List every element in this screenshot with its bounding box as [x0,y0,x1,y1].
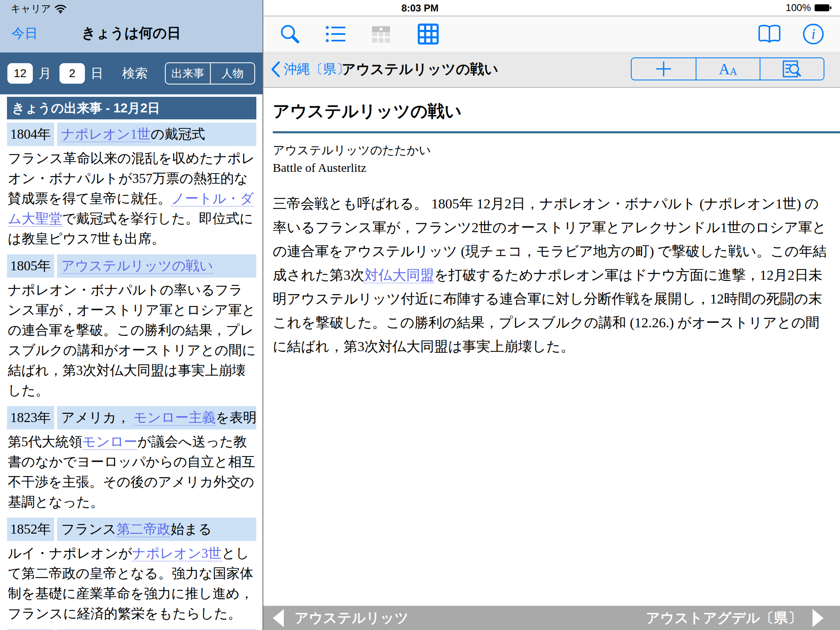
prev-entry-button[interactable]: アウステルリッツ [273,606,409,630]
event-row[interactable]: 1823年 アメリカ， モンロー主義を表明 [7,406,256,429]
article-reading: アウステルリッツのたたかい [273,142,828,159]
text-size-large-glyph: A [719,60,730,78]
calendar-button[interactable] [371,24,391,44]
wifi-icon [55,4,66,14]
inline-link[interactable]: ナポレオン1世 [61,127,151,142]
prev-entry-label: アウステルリッツ [294,609,409,628]
calendar-icon [371,24,391,44]
inline-link[interactable]: 対仏大同盟 [364,267,434,283]
inline-link[interactable]: ナポレオン3世 [132,546,221,562]
document-search-icon [782,59,802,78]
back-chevron-icon [270,61,281,78]
back-label: 沖縄〔県〕 [284,60,349,78]
svg-text:i: i [811,26,815,42]
bookmarks-button[interactable] [758,24,781,44]
event-year: 1805年 [7,254,54,278]
title-rule [273,131,840,133]
article-navbar: 沖縄〔県〕 アウステルリッツの戦い AA [263,52,840,88]
month-label: 月 [39,65,51,82]
article-actions: AA [631,57,824,80]
inline-link[interactable]: 第二帝政 [116,522,171,537]
search-in-entry-button[interactable] [760,58,824,80]
event-title: アメリカ， モンロー主義を表明 [57,406,256,429]
toggle-events[interactable]: 出来事 [166,63,210,84]
day-input[interactable] [59,63,85,84]
text-run: 始まる [171,522,212,536]
main-toolbar: i [263,16,840,52]
search-button[interactable] [279,23,301,45]
events-people-toggle: 出来事 人物 [165,62,255,84]
grid-view-button[interactable] [418,23,439,45]
event-description: ルイ・ナポレオンがナポレオン3世として第二帝政の皇帝となる。強力な国家体制を基礎… [8,543,256,624]
text-size-small-glyph: A [730,66,737,78]
inline-link[interactable]: モンロー [82,434,137,450]
entry-pager-bar: アウステルリッツ アウストアグデル〔県〕 [263,606,840,630]
battery-icon [815,4,832,12]
text-run: の戴冠式 [151,127,205,142]
panel-divider [262,0,263,630]
event-row[interactable]: 1852年 フランス第二帝政始まる [7,518,256,541]
event-year: 1823年 [7,406,54,429]
text-run: ルイ・ナポレオンが [8,546,132,561]
text-run: を表明 [216,410,256,425]
today-in-history-panel: 今日 きょうは何の日 月 日 検索 出来事 人物 きょうの出来事 - 12月2日… [0,0,262,630]
event-year: 1852年 [7,518,54,541]
event-description: ナポレオン・ボナパルトの率いるフランス軍が，オーストリア軍とロシア軍との連合軍を… [8,280,256,401]
outline-list-icon [326,25,346,43]
back-button[interactable]: 沖縄〔県〕 [270,52,349,87]
month-input[interactable] [7,63,33,84]
article-body: 三帝会戦とも呼ばれる。 1805年 12月2日，ナポレオン・ボナパルト (ナポレ… [273,192,828,358]
index-list-button[interactable] [326,25,346,43]
next-triangle-icon [813,609,824,627]
text-run: 第5代大統領 [8,434,82,449]
battery-group: 100% [786,2,832,14]
carrier-group: キャリア [11,2,66,15]
status-bar: キャリア 8:03 PM 100% [0,0,840,16]
article-nav-title: アウステルリッツの戦い [342,52,498,87]
text-run: フランス [61,522,116,536]
event-description: フランス革命以来の混乱を収めたナポレオン・ボナパルトが357万票の熱狂的な賛成票… [8,148,256,249]
add-entry-button[interactable] [632,58,696,80]
article-content: アウステルリッツの戦い アウステルリッツのたたかい Battle of Aust… [263,88,840,358]
events-list: きょうの出来事 - 12月2日 1804年 ナポレオン1世の戴冠式 フランス革命… [0,94,262,630]
carrier-label: キャリア [11,2,51,15]
left-panel-title: きょうは何の日 [0,24,262,43]
text-size-button[interactable]: AA [696,58,760,80]
events-section-header: きょうの出来事 - 12月2日 [7,97,256,119]
day-label: 日 [91,65,103,82]
event-description: 第5代大統領モンローが議会へ送った教書のなかでヨーロッパからの自立と相互不干渉を… [8,432,256,512]
status-time: 8:03 PM [402,2,439,14]
event-row[interactable]: 1804年 ナポレオン1世の戴冠式 [7,123,256,146]
inline-link[interactable]: アウステルリッツの戦い [61,258,213,274]
next-entry-label: アウストアグデル〔県〕 [646,609,802,628]
date-search-button[interactable]: 検索 [122,65,148,82]
search-icon [279,23,301,45]
book-icon [758,24,781,44]
event-row[interactable]: 1805年 アウステルリッツの戦い [7,254,256,278]
prev-triangle-icon [273,609,284,627]
text-run: ナポレオン・ボナパルトの率いるフランス軍が，オーストリア軍とロシア軍との連合軍を… [8,283,256,398]
event-title: アウステルリッツの戦い [57,254,256,278]
event-title: フランス第二帝政始まる [57,518,256,541]
article-panel: i 沖縄〔県〕 アウステルリッツの戦い AA [263,0,840,630]
info-button[interactable]: i [802,23,824,45]
grid-icon [418,23,439,45]
event-title: ナポレオン1世の戴冠式 [57,123,256,146]
battery-percent: 100% [786,2,811,14]
text-run: アメリカ， [61,410,133,425]
inline-link[interactable]: モンロー主義 [133,410,215,426]
next-entry-button[interactable]: アウストアグデル〔県〕 [646,606,824,630]
toggle-people[interactable]: 人物 [210,63,254,84]
plus-icon [655,60,673,78]
app-screen: キャリア 8:03 PM 100% 今日 きょうは何の日 月 [0,0,840,630]
article-english-title: Battle of Austerlitz [273,161,828,175]
info-icon: i [802,23,824,45]
date-bar: 月 日 検索 出来事 人物 [0,52,262,94]
event-year: 1804年 [7,123,54,146]
article-title: アウステルリッツの戦い [273,100,828,123]
